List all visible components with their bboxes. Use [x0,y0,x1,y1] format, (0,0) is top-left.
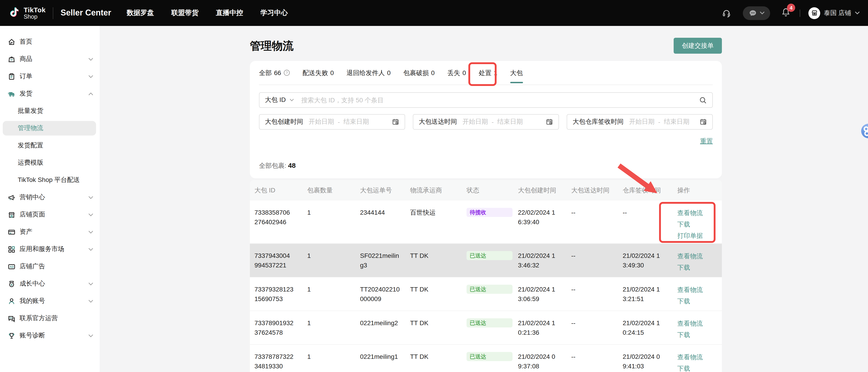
chat-messages-button[interactable] [743,6,770,20]
status-badge: 已送达 [467,318,513,328]
sidebar-item-shop-ads[interactable]: AD 店铺广告 [0,258,100,275]
search-icon[interactable] [699,96,707,104]
svg-text:?: ? [285,71,287,75]
sidebar-item-products[interactable]: 商品 [0,50,100,68]
package-count: 48 [288,162,296,169]
sidebar-item-marketing-center[interactable]: 营销中心 [0,189,100,206]
floating-help-widget[interactable] [861,124,868,138]
view-logistics-link[interactable]: 查看物流 [677,250,716,262]
search-input[interactable] [301,96,699,104]
sidebar-item-shop-pages[interactable]: 店铺页面 [0,206,100,223]
bag-icon [8,55,16,63]
tab-big-package[interactable]: 大包 [510,61,523,84]
chevron-down-icon [855,11,860,14]
chat-bubbles-icon [8,314,16,322]
sidebar-item-growth-center[interactable]: 成长中心 [0,275,100,293]
nav-divider-small [800,9,800,16]
sidebar-subitem-shipping-template[interactable]: 运费模版 [0,154,100,171]
tab-disposal[interactable]: 处置1 [479,61,497,84]
support-headset-icon[interactable] [722,8,731,18]
help-circle-icon[interactable]: ? [283,70,290,76]
start-date-placeholder: 开始日期 [309,118,334,126]
table-row: 7338358706276402946 1 2344144 百世快运 待揽收 2… [250,201,722,244]
app-title[interactable]: Seller Center [61,8,111,18]
notifications-button[interactable]: 4 [781,7,790,19]
tiktok-note-icon [8,7,20,19]
sidebar-subitem-bulk-shipping[interactable]: 批量发货 [0,102,100,120]
chevron-down-icon [88,282,93,285]
top-navigation-bar: TikTok Shop Seller Center 数据罗盘 联盟带货 直播中控… [0,0,868,26]
tab-delivery-failed[interactable]: 配送失败0 [303,61,334,84]
sidebar-item-assets[interactable]: 资产 [0,223,100,241]
credit-card-icon [8,228,16,236]
sidebar-item-app-service-market[interactable]: 应用和服务市场 [0,241,100,258]
filter-created-time[interactable]: 大包创建时间 开始日期 - 结束日期 [259,114,405,130]
sidebar-subitem-manage-logistics[interactable]: 管理物流 [3,121,96,136]
nav-right-cluster: 4 泰国 店铺 [722,6,860,20]
tab-all[interactable]: 全部66 ? [259,61,290,84]
tab-package-damaged[interactable]: 包裹破损0 [403,61,435,84]
filter-card: 全部66 ? 配送失败0 退回给发件人0 包裹破损0 丢失0 处置1 大包 大包… [250,61,722,178]
sidebar-subitem-platform-delivery[interactable]: TikTok Shop 平台配送 [0,171,100,189]
status-badge: 已送达 [467,251,513,260]
truck-icon [8,90,16,98]
nav-item-data-compass[interactable]: 数据罗盘 [127,9,154,17]
medal-icon [8,280,16,288]
create-handover-button[interactable]: 创建交接单 [674,38,722,54]
download-link[interactable]: 下载 [677,329,716,341]
view-logistics-link[interactable]: 查看物流 [677,284,716,296]
chevron-down-icon [88,334,93,337]
megaphone-icon [8,194,16,201]
view-logistics-link[interactable]: 查看物流 [677,207,716,219]
table-row: 7337943004994537221 1 SF0221meiling3 TT … [250,244,722,277]
print-document-link[interactable]: 打印单据 [677,230,716,241]
clipboard-icon [8,72,16,80]
download-link[interactable]: 下载 [677,296,716,307]
help-mascot-icon [861,124,868,138]
search-type-select[interactable]: 大包 ID [265,96,294,104]
filter-delivered-time[interactable]: 大包送达时间 开始日期 - 结束日期 [413,114,559,130]
top-nav-menu: 数据罗盘 联盟带货 直播中控 学习中心 [127,9,288,17]
tab-returned-to-sender[interactable]: 退回给发件人0 [347,61,391,84]
calendar-icon [700,118,707,126]
nav-item-learning-center[interactable]: 学习中心 [260,9,288,17]
svg-text:AD: AD [9,265,14,268]
tiktok-shop-logo[interactable]: TikTok Shop [8,6,45,20]
brand-text: TikTok Shop [24,6,45,20]
package-summary: 全部包裹:48 [259,162,713,171]
sidebar-item-shipping[interactable]: 发货 [0,85,100,102]
table-row: 7337932812315690753 1 TT202402210000009 … [250,277,722,311]
calendar-icon [392,118,399,126]
sidebar-subitem-shipping-settings[interactable]: 发货配置 [0,137,100,154]
user-icon [8,297,16,305]
chevron-down-icon [88,75,93,78]
chevron-up-icon [88,92,93,95]
calendar-icon [546,118,553,126]
tab-lost[interactable]: 丢失0 [447,61,466,84]
sidebar-item-my-account[interactable]: 我的账号 [0,293,100,310]
store-switcher[interactable]: 泰国 店铺 [808,7,860,19]
nav-item-live-center[interactable]: 直播中控 [216,9,243,17]
chevron-down-icon [88,196,93,199]
sidebar-item-orders[interactable]: 订单 [0,68,100,85]
download-link[interactable]: 下载 [677,363,716,372]
status-tabs: 全部66 ? 配送失败0 退回给发件人0 包裹破损0 丢失0 处置1 大包 [259,61,713,85]
reset-filters-link[interactable]: 重置 [700,137,713,145]
chevron-down-icon [760,11,765,14]
download-link[interactable]: 下载 [677,262,716,273]
download-link[interactable]: 下载 [677,219,716,230]
packages-table: 大包 ID 包裹数量 大包运单号 物流承运商 状态 大包创建时间 大包送达时间 … [250,180,722,372]
apps-grid-icon [8,245,16,253]
notification-count-badge: 4 [787,3,795,11]
chat-bubble-icon [748,9,757,17]
sidebar-item-contact-official[interactable]: 联系官方运营 [0,310,100,327]
view-logistics-link[interactable]: 查看物流 [677,351,716,363]
sidebar-item-account-diagnosis[interactable]: 账号诊断 [0,327,100,344]
view-logistics-link[interactable]: 查看物流 [677,318,716,329]
status-badge: 已送达 [467,352,513,361]
store-name-label: 泰国 店铺 [824,9,851,17]
filter-warehouse-signed-time[interactable]: 大包仓库签收时间 开始日期 - 结束日期 [567,114,713,130]
sidebar-item-home[interactable]: 首页 [0,33,100,50]
nav-item-affiliate[interactable]: 联盟带货 [171,9,198,17]
main-content: 管理物流 创建交接单 全部66 ? 配送失败0 退回给发件人0 包裹破损0 丢失… [100,26,868,372]
